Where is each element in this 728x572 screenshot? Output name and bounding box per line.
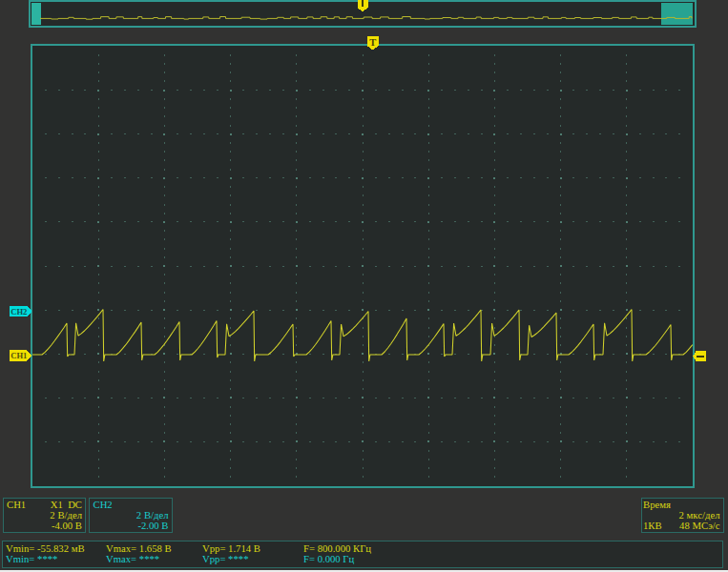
svg-text:Vpp= ****: Vpp= **** (202, 553, 248, 564)
svg-text:Vmin= ****: Vmin= **** (6, 553, 57, 564)
svg-text:CH1: CH1 (10, 351, 27, 360)
svg-text:F= 0.000 Гц: F= 0.000 Гц (303, 553, 355, 564)
svg-text:Время: Время (643, 499, 671, 510)
svg-text:-4.00 В: -4.00 В (52, 520, 82, 531)
svg-text:CH2: CH2 (10, 307, 27, 317)
svg-text:T: T (369, 37, 376, 48)
svg-text:48 МСэ/с: 48 МСэ/с (679, 520, 720, 531)
svg-text:Vmax= ****: Vmax= **** (106, 553, 159, 564)
svg-text:CH2: CH2 (94, 499, 113, 510)
svg-text:-2.00 В: -2.00 В (137, 520, 168, 531)
svg-text:CH1: CH1 (7, 499, 26, 510)
svg-text:X1 DC: X1 DC (51, 499, 82, 510)
svg-text:1КВ: 1КВ (643, 520, 662, 531)
